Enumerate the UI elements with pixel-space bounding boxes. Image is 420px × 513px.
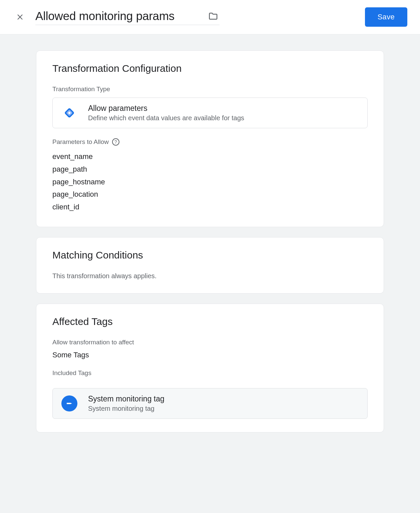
section-heading-conditions: Matching Conditions	[52, 249, 368, 261]
close-button[interactable]	[14, 11, 26, 23]
transformation-type-title: Allow parameters	[88, 104, 244, 113]
included-tag-subtitle: System monitoring tag	[88, 405, 164, 412]
section-heading-affected-tags: Affected Tags	[52, 316, 368, 327]
label-parameters-to-allow: Parameters to Allow ?	[52, 138, 368, 146]
parameters-help-button[interactable]: ?	[112, 138, 119, 146]
save-button[interactable]: Save	[365, 7, 407, 27]
allow-parameters-icon	[61, 105, 77, 121]
allowed-parameter: event_name	[52, 150, 368, 163]
folder-icon	[208, 11, 218, 21]
label-allow-affect: Allow transformation to affect	[52, 339, 368, 346]
transformation-type-selector[interactable]: Allow parameters Define which event data…	[52, 98, 368, 128]
folder-button[interactable]	[207, 10, 220, 22]
card-matching-conditions: Matching Conditions This transformation …	[36, 237, 384, 294]
allowed-parameters-list: event_name page_path page_hostname page_…	[52, 150, 368, 213]
page-body: Transformation Configuration Transformat…	[0, 34, 420, 513]
parameters-label-text: Parameters to Allow	[52, 138, 109, 146]
transformation-name-input[interactable]	[35, 9, 202, 23]
label-included-tags: Included Tags	[52, 369, 368, 377]
section-heading-config: Transformation Configuration	[52, 63, 368, 74]
matching-conditions-text: This transformation always applies.	[52, 272, 368, 280]
card-transformation-configuration: Transformation Configuration Transformat…	[36, 50, 384, 227]
transformation-type-description: Define which event data values are avail…	[88, 114, 244, 122]
included-tag-title: System monitoring tag	[88, 394, 164, 403]
allowed-parameter: page_hostname	[52, 176, 368, 188]
affect-value: Some Tags	[52, 351, 368, 359]
card-affected-tags: Affected Tags Allow transformation to af…	[36, 304, 384, 433]
allowed-parameter: page_path	[52, 163, 368, 176]
tag-icon	[61, 395, 77, 411]
label-transformation-type: Transformation Type	[52, 86, 368, 93]
allowed-parameter: client_id	[52, 201, 368, 213]
header-bar: Save	[0, 0, 420, 34]
close-icon	[16, 13, 24, 21]
allowed-parameter: page_location	[52, 188, 368, 201]
title-field-wrap	[35, 9, 220, 25]
included-tag-row[interactable]: System monitoring tag System monitoring …	[52, 388, 368, 419]
